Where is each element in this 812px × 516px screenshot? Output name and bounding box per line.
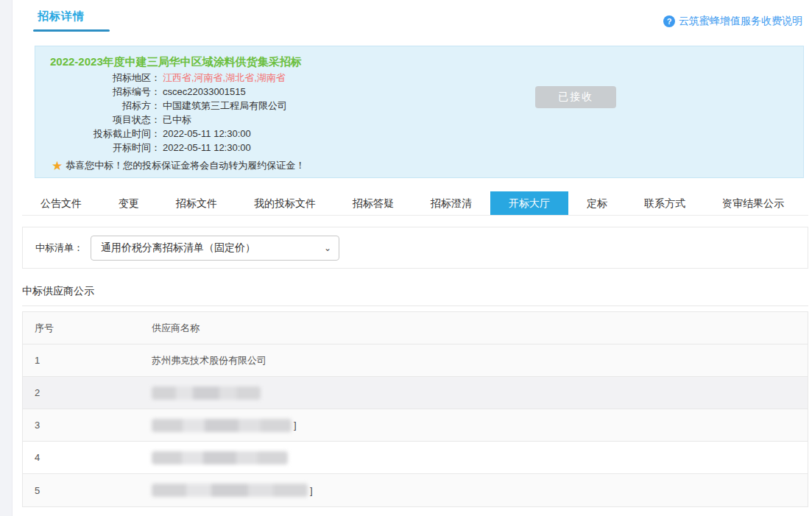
detail-tab-bar: 公告文件变更招标文件我的投标文件招标答疑招标澄清开标大厅定标联系方式资审结果公示 (22, 191, 808, 216)
cell-no: 3 (23, 420, 152, 431)
winning-list-label: 中标清单： (35, 241, 83, 255)
win-notice-text: 恭喜您中标！您的投标保证金将会自动转为履约保证金！ (66, 159, 305, 172)
field-label: 项目状态： (50, 113, 160, 127)
winner-supplier-table: 序号 供应商名称 1苏州弗克技术股份有限公司23]45] (22, 311, 808, 507)
tab-联系方式[interactable]: 联系方式 (626, 191, 704, 215)
field-value: 江西省,河南省,湖北省,湖南省 (163, 71, 286, 85)
tab-招标文件[interactable]: 招标文件 (158, 191, 236, 215)
star-icon: ★ (52, 160, 63, 172)
redaction-trail-char: ] (294, 420, 297, 431)
cell-supplier-name: ] (152, 419, 808, 432)
tab-招标答疑[interactable]: 招标答疑 (334, 191, 412, 215)
field-value: 2022-05-11 12:30:00 (163, 127, 251, 141)
page-left-gutter (0, 0, 13, 516)
tab-变更[interactable]: 变更 (100, 191, 158, 215)
tab-active-underline (33, 29, 110, 32)
field-label: 投标截止时间： (50, 127, 160, 141)
cell-supplier-name (152, 386, 808, 400)
field-value: 已中标 (163, 113, 191, 127)
winning-list-filter: 中标清单： 通用价税分离招标清单（固定价） ⌄ (22, 227, 808, 269)
table-row: 2 (23, 377, 808, 409)
redacted-supplier-name (152, 386, 261, 400)
tab-我的投标文件[interactable]: 我的投标文件 (236, 191, 334, 215)
question-circle-icon: ? (663, 15, 675, 27)
tender-fields: 招标地区：江西省,河南省,湖北省,湖南省招标编号：cscec2203300151… (50, 71, 788, 155)
table-row: 3] (23, 409, 808, 442)
table-row: 1苏州弗克技术股份有限公司 (23, 344, 808, 377)
table-body: 1苏州弗克技术股份有限公司23]45] (23, 344, 808, 506)
field-value: cscec22033001515 (163, 85, 246, 99)
cell-no: 5 (23, 485, 152, 496)
tender-field-row: 招标方：中国建筑第三工程局有限公司 (50, 99, 788, 113)
accepted-button[interactable]: 已接收 (535, 86, 616, 108)
field-value: 2022-05-11 12:30:00 (163, 141, 251, 155)
redacted-supplier-name (152, 484, 308, 497)
tender-field-row: 开标时间：2022-05-11 12:30:00 (50, 141, 788, 155)
redacted-supplier-name (152, 451, 288, 464)
cell-no: 4 (23, 452, 152, 463)
field-label: 招标编号： (50, 85, 160, 99)
tab-tender-detail[interactable]: 招标详情 (38, 10, 85, 24)
winning-list-select[interactable]: 通用价税分离招标清单（固定价） ⌄ (91, 236, 339, 261)
cell-supplier-name: 苏州弗克技术股份有限公司 (152, 354, 808, 367)
cell-no: 2 (23, 387, 152, 398)
tender-field-row: 招标编号：cscec22033001515 (50, 85, 788, 99)
field-value: 中国建筑第三工程局有限公司 (163, 99, 287, 113)
tab-定标[interactable]: 定标 (568, 191, 626, 215)
field-label: 招标地区： (50, 71, 160, 85)
top-bar: 招标详情 ? 云筑蜜蜂增值服务收费说明 (22, 0, 808, 41)
field-label: 开标时间： (50, 141, 160, 155)
redacted-supplier-name (152, 419, 292, 432)
tab-开标大厅[interactable]: 开标大厅 (490, 191, 568, 215)
tender-field-row: 投标截止时间：2022-05-11 12:30:00 (50, 127, 788, 141)
field-label: 招标方： (50, 99, 160, 113)
help-link-label: 云筑蜜蜂增值服务收费说明 (679, 15, 802, 28)
chevron-down-icon: ⌄ (324, 243, 331, 253)
cell-supplier-name: ] (152, 484, 808, 497)
tender-field-row: 招标地区：江西省,河南省,湖北省,湖南省 (50, 71, 788, 85)
tender-info-panel: 2022-2023年度中建三局华中区域涂料供货集采招标 招标地区：江西省,河南省… (35, 46, 804, 178)
tab-招标澄清[interactable]: 招标澄清 (412, 191, 490, 215)
tender-title: 2022-2023年度中建三局华中区域涂料供货集采招标 (50, 53, 788, 71)
tab-公告文件[interactable]: 公告文件 (22, 191, 100, 215)
winning-list-selected-value: 通用价税分离招标清单（固定价） (101, 241, 255, 255)
section-divider (22, 305, 808, 306)
header-supplier-name: 供应商名称 (152, 322, 808, 335)
table-row: 4 (23, 442, 808, 474)
tab-资审结果公示[interactable]: 资审结果公示 (704, 191, 802, 215)
tender-field-row: 项目状态：已中标 (50, 113, 788, 127)
winner-section-title: 中标供应商公示 (22, 285, 808, 298)
table-header-row: 序号 供应商名称 (23, 312, 808, 344)
redaction-trail-char: ] (310, 485, 313, 496)
table-row: 5] (23, 474, 808, 506)
tender-detail-page: 招标详情 ? 云筑蜜蜂增值服务收费说明 2022-2023年度中建三局华中区域涂… (13, 0, 812, 516)
header-no: 序号 (23, 322, 152, 335)
cell-supplier-name (152, 451, 808, 464)
win-notice: ★ 恭喜您中标！您的投标保证金将会自动转为履约保证金！ (52, 159, 788, 172)
cell-no: 1 (23, 355, 152, 366)
value-added-service-fee-link[interactable]: ? 云筑蜜蜂增值服务收费说明 (663, 15, 802, 28)
